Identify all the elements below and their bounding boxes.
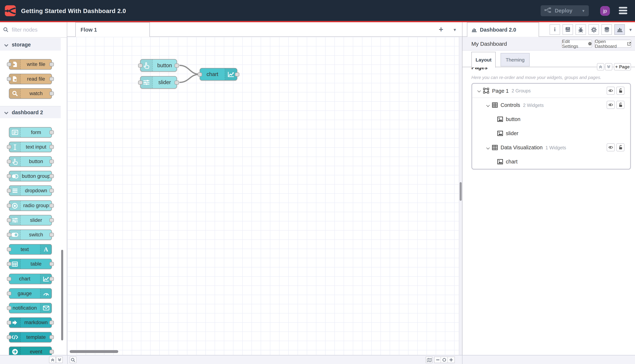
flow-canvas[interactable]: button slider chart [67, 37, 462, 355]
double-chevron-down-icon [607, 65, 611, 69]
input-port[interactable] [198, 72, 202, 76]
toggle-navigator-button[interactable] [425, 357, 432, 363]
flowfuse-logo[interactable] [5, 5, 16, 16]
input-port[interactable] [138, 63, 143, 68]
palette-node-switch[interactable]: switch [9, 230, 52, 240]
deploy-button[interactable]: Deploy ▼ [540, 5, 589, 16]
book-icon[interactable] [562, 24, 573, 35]
wire-slider-to-chart[interactable] [179, 74, 200, 82]
flow-node-chart[interactable]: chart [200, 68, 237, 80]
input-port [7, 204, 11, 208]
tree-row-widget-button[interactable]: button [472, 112, 630, 126]
input-port[interactable] [138, 80, 143, 84]
tree-row-controls[interactable]: Controls 2 Widgets [472, 98, 630, 112]
palette-category-dashboard-2[interactable]: dashboard 2 [0, 106, 61, 118]
palette-node-read-file[interactable]: read file [9, 74, 52, 84]
edit-settings-button[interactable]: Edit Settings [562, 40, 592, 48]
tree-row-page-1[interactable]: Page 1 2 Groups [472, 84, 630, 98]
search-icon [71, 358, 75, 362]
tab-dashboard-2[interactable]: Dashboard 2.0 [467, 22, 539, 37]
group-icon [492, 102, 498, 108]
tree-row-widget-chart[interactable]: chart [472, 155, 630, 169]
chevron-down-icon[interactable] [477, 89, 481, 92]
tree-row-widget-slider[interactable]: slider [472, 126, 630, 140]
search-icon [3, 27, 9, 32]
flow-node-slider[interactable]: slider [140, 76, 177, 88]
info-icon[interactable]: i [549, 24, 560, 35]
dashboard-chart-icon [471, 27, 477, 32]
dashboard-chart-icon[interactable] [614, 24, 625, 35]
tab-theming[interactable]: Theming [500, 53, 530, 66]
chevron-down-icon[interactable] [486, 146, 490, 149]
input-port [7, 188, 11, 193]
zoom-out-button[interactable] [434, 357, 441, 363]
tab-layout[interactable]: Layout [471, 52, 496, 68]
palette-node-radio-group[interactable]: radio group [9, 200, 52, 211]
expand-all-button[interactable] [605, 63, 612, 70]
palette-search[interactable] [0, 22, 67, 38]
tab-flow-1[interactable]: Flow 1 [75, 22, 150, 37]
bug-icon[interactable] [575, 24, 586, 35]
visibility-button[interactable] [607, 143, 615, 151]
palette-category-storage[interactable]: storage [0, 38, 61, 50]
palette-node-button-group[interactable]: button group [9, 171, 52, 181]
wire-button-to-chart[interactable] [179, 66, 200, 74]
deploy-options-caret-icon[interactable]: ▼ [581, 9, 585, 13]
zoom-in-button[interactable] [448, 357, 455, 363]
lock-button[interactable] [616, 143, 624, 151]
palette-node-gauge[interactable]: gauge [9, 288, 52, 298]
input-port [7, 160, 11, 164]
add-flow-button[interactable]: + [435, 24, 447, 35]
palette-node-event[interactable]: event [9, 346, 52, 355]
zoom-reset-button[interactable] [441, 357, 448, 363]
unlock-icon [618, 102, 623, 107]
palette-node-text-input[interactable]: text input [9, 142, 52, 152]
chevron-down-icon[interactable] [486, 104, 490, 107]
palette-filter-input[interactable] [11, 26, 64, 33]
input-port [7, 321, 11, 325]
palette-node-write-file[interactable]: write file [9, 59, 52, 70]
open-dashboard-button[interactable]: Open Dashboard [594, 40, 631, 48]
input-port [7, 174, 11, 178]
lock-button[interactable] [616, 87, 624, 95]
collapse-all-button[interactable] [597, 63, 604, 70]
flow-node-button[interactable]: button [140, 59, 177, 72]
gear-icon[interactable] [588, 24, 599, 35]
visibility-button[interactable] [607, 87, 615, 95]
lock-button[interactable] [616, 101, 624, 109]
canvas-vscroll-thumb[interactable] [460, 182, 462, 201]
palette-scrollbar[interactable] [61, 250, 63, 340]
canvas-hscroll-thumb[interactable] [70, 350, 118, 353]
user-avatar[interactable]: jp [600, 6, 610, 16]
output-port [50, 188, 54, 193]
sidebar-menu-caret-icon[interactable]: ▼ [626, 24, 635, 35]
palette-node-text[interactable]: text A [9, 244, 52, 254]
double-chevron-up-icon [599, 65, 603, 69]
palette-node-table[interactable]: table [9, 258, 52, 269]
palette-node-button[interactable]: button [9, 156, 52, 167]
palette-node-slider[interactable]: slider [9, 215, 52, 225]
palette-node-notification[interactable]: notification [9, 303, 52, 313]
palette-node-chart[interactable]: chart [9, 274, 52, 284]
context-data-icon[interactable] [601, 24, 612, 35]
output-port [50, 262, 54, 266]
palette-node-template[interactable]: template [9, 332, 52, 342]
output-port[interactable] [235, 72, 239, 76]
tree-row-data-visualization[interactable]: Data Visualization 1 Widgets [472, 140, 630, 155]
flow-list-caret-icon[interactable]: ▼ [450, 24, 460, 35]
output-port[interactable] [175, 63, 179, 68]
palette-node-watch[interactable]: watch [9, 88, 52, 98]
output-port[interactable] [175, 80, 179, 84]
double-chevron-down-icon [57, 358, 61, 362]
palette-node-form[interactable]: form [9, 127, 52, 138]
external-link-icon [627, 42, 631, 46]
sidebar-tab-bar: Dashboard 2.0 i ▼ [462, 22, 635, 37]
palette-node-markdown[interactable]: markdown [9, 317, 52, 328]
add-page-button[interactable]: + Page [614, 63, 631, 70]
visibility-button[interactable] [607, 101, 615, 109]
main-menu-button[interactable] [619, 7, 627, 14]
palette-node-dropdown[interactable]: dropdown [9, 185, 52, 196]
palette-expand-all-button[interactable] [56, 357, 63, 363]
canvas-search-button[interactable] [70, 357, 77, 363]
palette-collapse-all-button[interactable] [49, 357, 56, 363]
